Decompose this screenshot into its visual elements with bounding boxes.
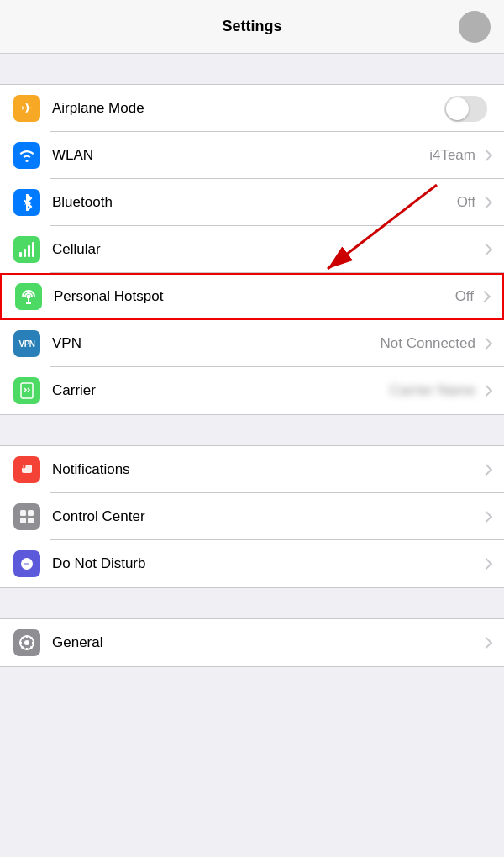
- section-gap-3: [0, 588, 504, 618]
- bluetooth-icon: [13, 189, 40, 216]
- personal-hotspot-label: Personal Hotspot: [54, 288, 455, 305]
- airplane-mode-icon: ✈: [13, 95, 40, 122]
- sidebar-item-wlan[interactable]: WLAN i4Team: [0, 132, 504, 179]
- carrier-icon: [13, 377, 40, 404]
- bluetooth-value: Off: [457, 194, 475, 211]
- section-1: ✈ Airplane Mode WLAN i4Team: [0, 84, 504, 415]
- svg-rect-7: [32, 242, 34, 257]
- svg-rect-17: [20, 518, 26, 523]
- vpn-value: Not Connected: [381, 335, 475, 352]
- sidebar-item-carrier[interactable]: Carrier Carrier Name: [0, 367, 504, 414]
- general-label: General: [52, 634, 482, 651]
- settings-group-2: ! Notifications Control Center Do Not Di…: [0, 445, 504, 588]
- airplane-mode-toggle[interactable]: [444, 96, 487, 122]
- wlan-value: i4Team: [429, 147, 475, 164]
- vpn-icon: VPN: [13, 330, 40, 357]
- svg-point-20: [24, 640, 29, 645]
- carrier-label: Carrier: [52, 382, 390, 399]
- header: Settings: [0, 0, 504, 54]
- sidebar-item-general[interactable]: General: [0, 619, 504, 666]
- cellular-label: Cellular: [52, 241, 482, 258]
- hotspot-icon: [15, 283, 42, 310]
- carrier-chevron: [480, 385, 492, 397]
- settings-group-3: General: [0, 618, 504, 667]
- wlan-icon: [13, 142, 40, 169]
- sidebar-item-personal-hotspot[interactable]: Personal Hotspot Off: [0, 273, 504, 320]
- svg-rect-5: [24, 249, 26, 257]
- notifications-chevron: [480, 464, 492, 476]
- svg-rect-16: [28, 510, 34, 516]
- sidebar-item-cellular[interactable]: Cellular: [0, 226, 504, 273]
- bluetooth-chevron: [480, 197, 492, 208]
- sidebar-item-control-center[interactable]: Control Center: [0, 493, 504, 540]
- sidebar-item-do-not-disturb[interactable]: Do Not Disturb: [0, 540, 504, 587]
- wlan-label: WLAN: [52, 147, 429, 164]
- section-gap-2: [0, 415, 504, 445]
- control-center-label: Control Center: [52, 508, 482, 525]
- bluetooth-label: Bluetooth: [52, 194, 457, 211]
- section-gap-1: [0, 54, 504, 84]
- sidebar-item-bluetooth[interactable]: Bluetooth Off: [0, 179, 504, 226]
- settings-group-1: ✈ Airplane Mode WLAN i4Team: [0, 84, 504, 415]
- sidebar-item-notifications[interactable]: ! Notifications: [0, 446, 504, 493]
- general-icon: [13, 629, 40, 656]
- airplane-mode-label: Airplane Mode: [52, 100, 444, 117]
- page-title: Settings: [222, 18, 281, 35]
- personal-hotspot-chevron: [479, 291, 491, 302]
- personal-hotspot-value: Off: [455, 288, 474, 305]
- svg-rect-15: [20, 510, 26, 516]
- do-not-disturb-icon: [13, 550, 40, 577]
- notifications-icon: !: [13, 456, 40, 483]
- sidebar-item-airplane-mode[interactable]: ✈ Airplane Mode: [0, 85, 504, 132]
- vpn-chevron: [480, 338, 492, 350]
- notifications-label: Notifications: [52, 461, 482, 478]
- section-gap-4: [0, 667, 504, 697]
- do-not-disturb-chevron: [480, 558, 492, 570]
- wlan-chevron: [480, 150, 492, 161]
- avatar: [459, 11, 491, 43]
- control-center-chevron: [480, 511, 492, 523]
- vpn-label: VPN: [52, 335, 381, 352]
- do-not-disturb-label: Do Not Disturb: [52, 555, 482, 572]
- svg-rect-6: [28, 245, 30, 257]
- general-chevron: [480, 637, 492, 649]
- svg-rect-4: [19, 252, 22, 257]
- carrier-value: Carrier Name: [390, 382, 475, 399]
- svg-rect-18: [28, 518, 34, 523]
- control-center-icon: [13, 503, 40, 530]
- sidebar-item-vpn[interactable]: VPN VPN Not Connected: [0, 320, 504, 367]
- cellular-chevron: [480, 244, 492, 255]
- cellular-icon: [13, 236, 40, 263]
